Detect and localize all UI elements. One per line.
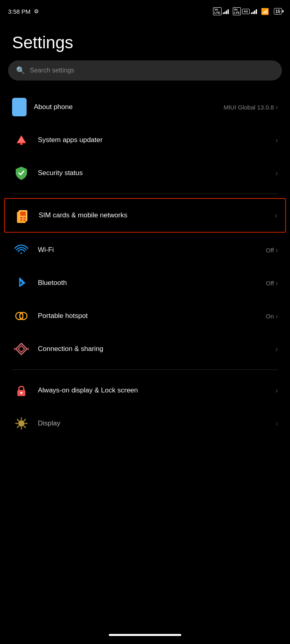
item-content-security: Security status <box>38 169 276 177</box>
signal-bars-2 <box>251 8 257 14</box>
item-content-wifi: Wi-Fi <box>38 246 266 254</box>
chevron-icon: › <box>275 211 277 220</box>
item-content-sim: SIM cards & mobile networks <box>39 211 275 219</box>
svg-line-23 <box>24 426 25 427</box>
chevron-icon: › <box>276 345 278 353</box>
bluetooth-right: Off › <box>266 279 278 287</box>
hotspot-icon <box>12 307 31 325</box>
connection-icon <box>12 340 31 358</box>
sim-right: › <box>275 211 277 220</box>
chevron-icon: › <box>276 103 278 111</box>
svg-rect-9 <box>23 219 26 221</box>
item-content-system-apps: System apps updater <box>38 136 276 144</box>
always-on-right: › <box>276 386 278 395</box>
security-status-label: Security status <box>38 169 276 177</box>
bottom-bar <box>0 630 290 644</box>
wifi-right: Off › <box>266 246 278 254</box>
chevron-icon: › <box>276 312 278 320</box>
about-phone-right: MIUI Global 13.0.8 › <box>224 103 278 111</box>
connection-label: Connection & sharing <box>38 345 276 353</box>
shield-checkmark-icon <box>12 164 31 182</box>
signal-bars-1 <box>223 8 229 14</box>
search-icon: 🔍 <box>16 66 25 75</box>
sim-cards-label: SIM cards & mobile networks <box>39 211 275 219</box>
settings-item-system-apps[interactable]: System apps updater › <box>4 124 286 157</box>
svg-line-25 <box>17 426 19 427</box>
hotspot-value: On <box>266 313 274 320</box>
security-right: › <box>276 169 278 178</box>
connection-right: › <box>276 345 278 353</box>
sim1-signal: VoLTE <box>213 7 229 15</box>
chevron-icon: › <box>276 169 278 178</box>
volte1-badge: VoLTE <box>213 7 222 15</box>
settings-list: About phone MIUI Global 13.0.8 › System … <box>0 91 290 440</box>
settings-item-wifi[interactable]: Wi-Fi Off › <box>4 233 286 266</box>
settings-item-bluetooth[interactable]: Bluetooth Off › <box>4 266 286 299</box>
settings-item-hotspot[interactable]: Portable hotspot On › <box>4 299 286 332</box>
divider-1 <box>12 194 278 194</box>
settings-item-sim-cards[interactable]: SIM cards & mobile networks › <box>4 198 286 233</box>
time-display: 3:58 PM <box>8 8 31 15</box>
chevron-icon: › <box>276 246 278 254</box>
svg-marker-13 <box>16 343 27 355</box>
wifi-value: Off <box>266 247 274 254</box>
chevron-icon: › <box>276 419 278 428</box>
phone-icon <box>12 98 27 116</box>
chevron-icon: › <box>276 279 278 287</box>
svg-line-24 <box>24 419 25 421</box>
lock-icon <box>12 381 31 400</box>
wifi-label: Wi-Fi <box>38 246 266 254</box>
svg-marker-2 <box>17 136 25 142</box>
chevron-icon: › <box>276 136 278 144</box>
display-label: Display <box>38 419 276 427</box>
settings-item-about-phone[interactable]: About phone MIUI Global 13.0.8 › <box>4 91 286 124</box>
status-right: VoLTE VoLTE 4G 📶 15 <box>213 7 282 15</box>
settings-item-security-status[interactable]: Security status › <box>4 157 286 190</box>
divider-2 <box>12 369 278 370</box>
sim-card-icon <box>13 206 31 225</box>
chevron-icon: › <box>276 386 278 395</box>
bluetooth-icon <box>12 274 31 292</box>
settings-item-display[interactable]: Display › <box>4 407 286 440</box>
4g-badge: 4G <box>242 9 250 14</box>
volte2-badge: VoLTE <box>233 7 241 15</box>
system-apps-right: › <box>276 136 278 144</box>
item-content-connection: Connection & sharing <box>38 345 276 353</box>
settings-item-always-on-display[interactable]: Always-on display & Lock screen › <box>4 374 286 407</box>
display-right: › <box>276 419 278 428</box>
status-left: 3:58 PM ⚙ <box>8 8 39 15</box>
gear-icon: ⚙ <box>34 8 39 14</box>
battery-indicator: 15 <box>274 8 282 14</box>
hotspot-label: Portable hotspot <box>38 312 266 320</box>
settings-item-connection[interactable]: Connection & sharing › <box>4 332 286 365</box>
item-content-display: Display <box>38 419 276 427</box>
status-bar: 3:58 PM ⚙ VoLTE VoLTE 4G 📶 <box>0 0 290 21</box>
page-title: Settings <box>0 21 290 60</box>
about-phone-value: MIUI Global 13.0.8 <box>224 104 274 111</box>
svg-rect-5 <box>20 212 26 216</box>
svg-rect-7 <box>23 217 26 219</box>
svg-line-22 <box>17 419 19 421</box>
bluetooth-label: Bluetooth <box>38 279 266 287</box>
search-bar[interactable]: 🔍 Search settings <box>8 60 282 80</box>
system-apps-label: System apps updater <box>38 136 276 144</box>
hotspot-right: On › <box>266 312 278 320</box>
svg-point-16 <box>21 392 23 394</box>
search-placeholder: Search settings <box>30 67 74 74</box>
battery-level: 15 <box>276 9 280 14</box>
display-icon <box>12 414 31 433</box>
sim2-signal: VoLTE 4G <box>233 7 257 15</box>
arrow-up-icon <box>12 131 31 149</box>
bottom-pill <box>109 634 181 636</box>
about-phone-label: About phone <box>34 103 224 111</box>
wifi-icon <box>12 241 31 259</box>
item-content-hotspot: Portable hotspot <box>38 312 266 320</box>
svg-point-17 <box>18 420 25 427</box>
svg-rect-6 <box>20 217 23 219</box>
svg-marker-14 <box>18 346 25 352</box>
wifi-status-icon: 📶 <box>261 8 269 15</box>
svg-rect-8 <box>20 219 23 221</box>
search-container[interactable]: 🔍 Search settings <box>0 60 290 91</box>
item-content-always-on: Always-on display & Lock screen <box>38 386 276 394</box>
item-content-about-phone: About phone <box>34 103 224 111</box>
